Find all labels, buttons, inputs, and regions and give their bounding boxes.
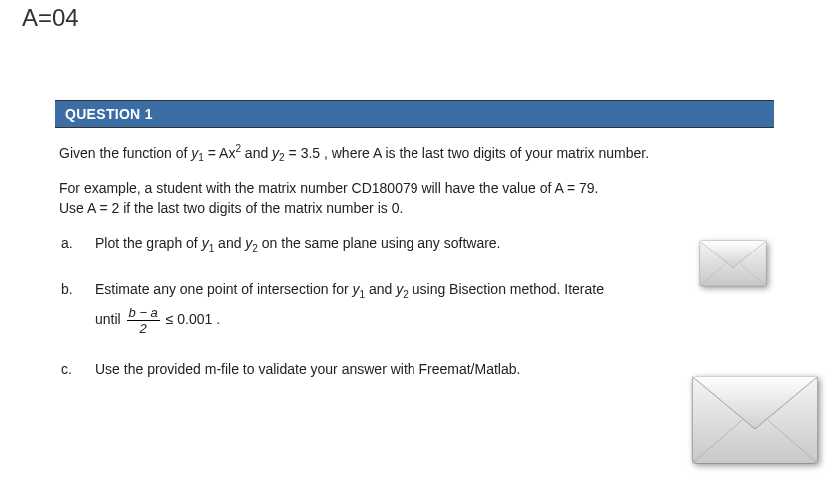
period: . [216, 311, 220, 327]
sub-1: 1 [360, 289, 366, 300]
question-container: QUESTION 1 Given the function of y1 = Ax… [55, 100, 774, 403]
operator-leq: ≤ [166, 311, 178, 327]
fraction-denominator: 2 [127, 321, 160, 335]
var-y1: y [353, 281, 360, 297]
eq-part: = Ax [204, 145, 236, 161]
item-text-b: Estimate any one point of intersection f… [95, 279, 770, 335]
tolerance-value: 0.001 [177, 311, 212, 327]
text-segment: , where A is the last two digits of your… [324, 145, 649, 161]
text-segment: using Bisection method. Iterate [413, 281, 604, 297]
sup-2: 2 [235, 143, 241, 154]
item-label-c: c. [59, 359, 95, 379]
intro-paragraph-2: For example, a student with the matrix n… [59, 178, 770, 219]
text-segment: Estimate any one point of intersection f… [95, 281, 353, 297]
item-c: c. Use the provided m-file to validate y… [59, 359, 770, 379]
sub-2: 2 [403, 289, 409, 300]
item-text-a: Plot the graph of y1 and y2 on the same … [95, 233, 770, 255]
envelope-icon [691, 375, 819, 465]
sub-1: 1 [209, 242, 215, 252]
question-body: Given the function of y1 = Ax2 and y2 = … [55, 128, 774, 379]
text-line: For example, a student with the matrix n… [59, 180, 598, 196]
text-segment: and [369, 281, 396, 297]
question-banner: QUESTION 1 [55, 100, 774, 128]
text-segment: and [218, 235, 245, 251]
eq-part: = 3.5 [285, 145, 320, 161]
text-segment: Given the function of [59, 145, 191, 161]
fraction-numerator: b − a [127, 306, 160, 321]
text-segment: Plot the graph of [95, 235, 202, 251]
page-header-variable: A=04 [22, 4, 79, 32]
text-segment: on the same plane using any software. [262, 235, 501, 251]
fraction: b − a 2 [127, 306, 160, 335]
item-text-c: Use the provided m-file to validate your… [95, 359, 770, 379]
var-y1: y [202, 235, 209, 251]
text-line: Use A = 2 if the last two digits of the … [59, 200, 403, 216]
intro-paragraph-1: Given the function of y1 = Ax2 and y2 = … [59, 142, 770, 166]
item-label-a: a. [59, 233, 95, 252]
envelope-icon [699, 240, 767, 287]
text-segment: and [245, 145, 272, 161]
item-label-b: b. [59, 279, 95, 299]
item-a: a. Plot the graph of y1 and y2 on the sa… [59, 233, 770, 255]
text-segment: until [95, 311, 125, 327]
sub-2: 2 [252, 242, 258, 252]
item-b: b. Estimate any one point of intersectio… [59, 279, 770, 335]
